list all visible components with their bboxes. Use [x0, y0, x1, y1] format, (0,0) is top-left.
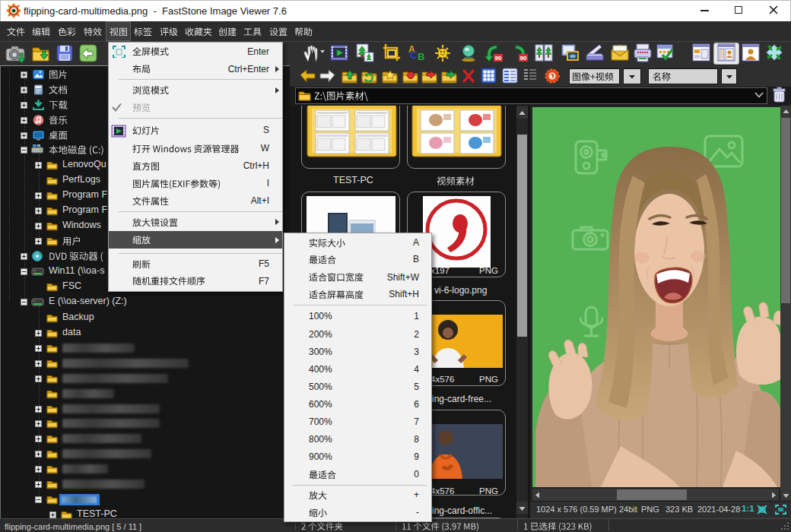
svg-text:B: B	[418, 51, 424, 62]
svg-text:90: 90	[519, 55, 526, 62]
svg-text:C: C	[410, 49, 418, 61]
svg-text:90: 90	[495, 55, 502, 62]
